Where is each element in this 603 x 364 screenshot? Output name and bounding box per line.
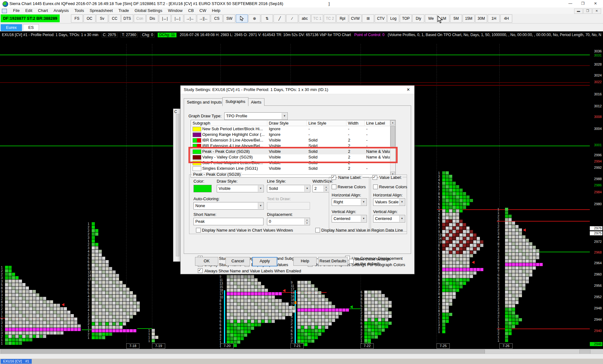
chevron-down-icon[interactable]: ▼ xyxy=(282,113,287,119)
menu-item-tools[interactable]: Tools xyxy=(72,8,87,14)
tf-15m-button[interactable]: 15M xyxy=(463,14,475,23)
scrollbar-end-box[interactable] xyxy=(579,350,590,354)
line-style-dropdown[interactable]: Solid ▼ xyxy=(267,185,310,192)
tpo-grid-icon[interactable]: ⊞ xyxy=(362,14,374,23)
menu-item-global-settings[interactable]: Global Settings xyxy=(132,8,165,14)
chevron-down-icon[interactable]: ▼ xyxy=(361,199,366,205)
mdi-close-icon[interactable]: ✕ xyxy=(592,8,601,14)
dts-button[interactable]: DTS xyxy=(121,14,133,23)
menu-item-edit[interactable]: Edit xyxy=(22,8,35,14)
auto-coloring-dropdown[interactable]: None ▼ xyxy=(193,202,264,210)
displacement-stepper[interactable]: 0 ▲ ▼ xyxy=(267,218,310,225)
display-in-chart-values-checkbox[interactable] xyxy=(196,228,201,233)
tab-alerts[interactable]: Alerts xyxy=(248,98,264,106)
column-header-draw-style[interactable]: Draw Style xyxy=(267,120,307,126)
scrollbar-thumb[interactable] xyxy=(390,126,395,147)
dly-button[interactable]: Dly xyxy=(412,14,424,23)
trendline-tool-icon[interactable]: ╱ xyxy=(274,14,285,23)
minimize-icon[interactable]: — xyxy=(564,0,577,8)
cs-button[interactable]: CS xyxy=(211,14,223,23)
crosshair-tool-icon[interactable]: ⊕ xyxy=(248,14,260,23)
checkbox-always-show-name-and-value-labels-when-e[interactable] xyxy=(198,268,203,273)
cancel-button[interactable]: Cancel xyxy=(225,257,250,266)
color-swatch-button[interactable] xyxy=(193,185,212,192)
dis-button[interactable]: Dis xyxy=(146,14,158,23)
tf-1h-button[interactable]: 1H xyxy=(488,14,500,23)
name-label-checkbox[interactable] xyxy=(331,175,336,180)
menu-item-cw[interactable]: CW xyxy=(197,8,209,14)
chevron-down-icon[interactable]: ▼ xyxy=(399,216,405,222)
table-row[interactable]: Opening Range Highlight Color (...Ignore… xyxy=(191,132,390,137)
updown-arrows-tool-icon[interactable]: ⇅ xyxy=(261,14,273,23)
chevron-down-icon[interactable]: ▼ xyxy=(258,203,263,209)
text-tool-icon[interactable]: abc xyxy=(299,14,311,23)
name-horizontal-align-dropdown[interactable]: Right ▼ xyxy=(332,198,367,206)
chartbook-tab-eurex[interactable]: Eurex xyxy=(1,24,22,31)
save-default-checkbox[interactable] xyxy=(349,259,354,264)
chevron-down-icon[interactable]: ▼ xyxy=(258,185,263,192)
chevron-down-icon[interactable]: ▼ xyxy=(399,199,405,205)
graph-draw-type-dropdown[interactable]: TPO Profile ▼ xyxy=(224,112,288,120)
tab-subgraphs[interactable]: Subgraphs xyxy=(222,97,248,106)
scroll-up-icon[interactable]: ▲ xyxy=(390,120,395,125)
value-vertical-align-dropdown[interactable]: Centered ▼ xyxy=(373,215,405,222)
oc-button[interactable]: OC xyxy=(84,14,95,23)
menu-item-chart[interactable]: Chart xyxy=(35,8,51,14)
document-icon[interactable] xyxy=(2,9,7,13)
value-label-checkbox[interactable] xyxy=(372,175,377,180)
top-button[interactable]: TOP xyxy=(400,14,412,23)
chartbook-tab-es[interactable]: ES xyxy=(23,24,39,31)
background-window-scrollbar[interactable] xyxy=(176,114,179,256)
compress-bar-spacing-icon[interactable]: →|← xyxy=(184,14,196,23)
menu-item-file[interactable]: File xyxy=(10,8,22,14)
table-row[interactable]: Singles Extension Line (SG31)VisibleSoli… xyxy=(191,166,390,171)
mdi-minimize-icon[interactable]: ▬ xyxy=(574,8,583,14)
width-size-stepper[interactable]: 2 ▲ ▼ xyxy=(312,185,329,192)
menu-item-spreadsheet[interactable]: Spreadsheet xyxy=(87,8,116,14)
horizontal-scrollbar[interactable] xyxy=(0,349,603,354)
spinner-down-icon[interactable]: ▼ xyxy=(323,188,329,192)
cvw-button[interactable]: CVW xyxy=(349,14,361,23)
chevron-down-icon[interactable]: ▼ xyxy=(361,216,366,222)
expand-bar-spacing-bold-icon[interactable]: |↔| xyxy=(171,14,183,23)
table-row[interactable]: IBR Extension 3 Line Above/Bel...Visible… xyxy=(191,137,390,143)
fs-button[interactable]: FS xyxy=(71,14,83,23)
pointer-tool-icon[interactable] xyxy=(236,14,248,23)
mdi-restore-icon[interactable]: ❐ xyxy=(583,8,592,14)
display-in-region-data-checkbox[interactable] xyxy=(315,228,320,233)
name-reverse-colors-checkbox[interactable] xyxy=(332,185,336,189)
expand-bar-spacing-icon[interactable]: |↔| xyxy=(159,14,171,23)
tab-settings-and-inputs[interactable]: Settings and Inputs xyxy=(184,98,225,106)
ray-tool-icon[interactable]: ∕ xyxy=(286,14,298,23)
maximize-icon[interactable]: ❐ xyxy=(577,0,589,8)
cc-button[interactable]: CC xyxy=(109,14,121,23)
table-row[interactable]: New Sub Period Letter/Block Hi...Ignore-… xyxy=(191,126,390,132)
short-name-field[interactable]: Peak xyxy=(193,218,263,225)
sw-button[interactable]: SW xyxy=(223,14,235,23)
we-button[interactable]: We xyxy=(425,14,437,23)
rpl-button[interactable]: Rpl xyxy=(336,14,348,23)
name-vertical-align-dropdown[interactable]: Centered ▼ xyxy=(332,215,367,222)
ok-button[interactable]: OK xyxy=(195,257,218,266)
horizontal-scrollbar-thumb[interactable] xyxy=(1,350,485,354)
column-header-subgraph[interactable]: Subgraph xyxy=(191,120,267,126)
dialog-close-icon[interactable]: ✕ xyxy=(405,87,412,93)
help-button[interactable]: Help xyxy=(293,257,317,266)
tf-5m-button[interactable]: 5M xyxy=(450,14,462,23)
menu-item-help[interactable]: Help xyxy=(209,8,223,14)
menu-item-cb[interactable]: CB xyxy=(185,8,197,14)
menu-item-window[interactable]: Window xyxy=(165,8,185,14)
apply-button[interactable]: Apply xyxy=(252,257,277,266)
draw-style-dropdown[interactable]: Visible ▼ xyxy=(217,185,264,192)
menu-item-analysis[interactable]: Analysis xyxy=(51,8,72,14)
chart-task-tab[interactable]: EXU16 [CV] #1 xyxy=(1,359,32,364)
value-horizontal-align-dropdown[interactable]: Values Scale ▼ xyxy=(373,198,405,206)
reset-defaults-button[interactable]: Reset Defaults xyxy=(318,257,348,266)
value-reverse-colors-checkbox[interactable] xyxy=(373,185,378,189)
close-icon[interactable]: ✕ xyxy=(589,0,602,8)
compress-bar-spacing-2-icon[interactable]: →||← xyxy=(197,14,210,23)
column-header-line-style[interactable]: Line Style xyxy=(307,120,346,126)
column-header-line-label[interactable]: Line Label xyxy=(365,120,390,126)
tf-30m-button[interactable]: 30M xyxy=(475,14,487,23)
column-header-width[interactable]: Width xyxy=(346,120,365,126)
